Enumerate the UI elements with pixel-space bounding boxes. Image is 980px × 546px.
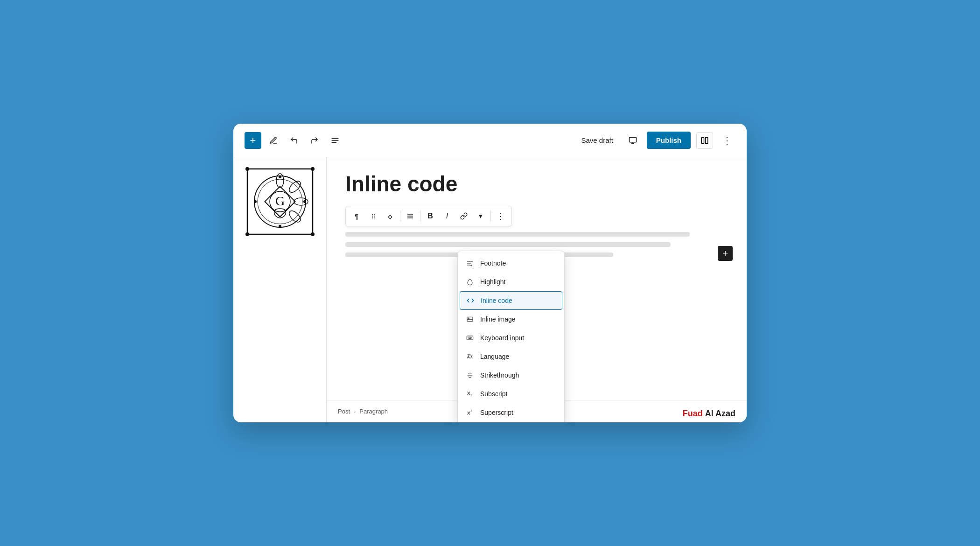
dropdown-label-subscript: Subscript	[480, 390, 507, 398]
svg-point-51	[468, 318, 469, 319]
pen-icon-button[interactable]	[265, 132, 282, 149]
inline-image-icon	[465, 315, 475, 324]
toolbar-divider	[400, 210, 400, 222]
svg-point-37	[372, 216, 373, 217]
dropdown-item-language[interactable]: Language	[458, 347, 564, 366]
block-toolbar: ¶ B I ▾ ⋮	[345, 206, 512, 226]
breadcrumb-separator: ›	[354, 408, 356, 415]
dropdown-label-strikethrough: Strikethrough	[480, 371, 519, 379]
editor-body: G Inline code	[233, 157, 747, 422]
post-title: Inline code	[345, 171, 728, 196]
keyboard-input-icon	[465, 333, 475, 343]
svg-text:G: G	[275, 194, 284, 208]
editor-window: + Save draft Publish ⋮	[233, 124, 747, 422]
svg-text:2: 2	[470, 394, 472, 397]
svg-text:2: 2	[470, 409, 472, 412]
toolbar-divider-3	[490, 210, 491, 222]
dropdown-label-highlight: Highlight	[480, 278, 505, 286]
svg-rect-3	[629, 137, 636, 142]
floating-add-button[interactable]: +	[718, 246, 733, 261]
move-block-button[interactable]	[382, 208, 398, 224]
author-credit: Fuad Al Azad	[683, 409, 735, 419]
preview-button[interactable]	[624, 132, 641, 149]
more-options-button[interactable]: ⋮	[719, 132, 735, 149]
language-icon	[465, 352, 475, 361]
svg-point-26	[303, 200, 306, 203]
dropdown-label-footnote: Footnote	[480, 259, 506, 267]
svg-rect-52	[467, 336, 473, 340]
breadcrumb-post[interactable]: Post	[338, 408, 350, 415]
author-last-name: Al Azad	[705, 409, 735, 418]
inline-code-icon	[466, 296, 475, 305]
dropdown-item-inline-image[interactable]: Inline image	[458, 310, 564, 329]
svg-point-35	[372, 214, 373, 215]
dropdown-item-footnote[interactable]: Footnote	[458, 254, 564, 273]
site-logo: G	[245, 167, 315, 237]
format-dropdown-button[interactable]: ▾	[473, 208, 489, 224]
dropdown-item-strikethrough[interactable]: Strikethrough	[458, 366, 564, 385]
svg-point-25	[254, 200, 257, 203]
strikethrough-icon	[465, 371, 475, 380]
svg-point-23	[279, 175, 281, 178]
superscript-icon: 2	[465, 408, 475, 417]
dropdown-label-superscript: Superscript	[480, 409, 513, 416]
svg-point-40	[374, 217, 375, 218]
subscript-icon: 2	[465, 389, 475, 399]
add-block-button[interactable]: +	[245, 132, 261, 149]
paragraph-type-button[interactable]: ¶	[349, 208, 364, 224]
footnote-icon	[465, 259, 475, 268]
svg-point-36	[374, 214, 375, 215]
redo-button[interactable]	[306, 132, 323, 149]
toolbar-left: +	[245, 132, 575, 149]
more-block-options-button[interactable]: ⋮	[493, 208, 509, 224]
dropdown-item-subscript[interactable]: 2 Subscript	[458, 385, 564, 403]
svg-point-39	[372, 217, 373, 218]
svg-point-24	[279, 225, 281, 228]
dropdown-item-highlight[interactable]: Highlight	[458, 273, 564, 291]
undo-button[interactable]	[286, 132, 302, 149]
format-dropdown-menu: Footnote Highlight Inline code	[457, 251, 565, 422]
dropdown-label-keyboard-input: Keyboard input	[480, 334, 524, 342]
dropdown-label-inline-code: Inline code	[481, 297, 512, 304]
toolbar-divider-2	[420, 210, 420, 222]
svg-point-38	[374, 216, 375, 217]
highlight-icon	[465, 277, 475, 287]
author-first-name: Fuad	[683, 409, 703, 418]
dropdown-label-inline-image: Inline image	[480, 315, 516, 323]
text-line-1	[345, 232, 690, 237]
top-toolbar: + Save draft Publish ⋮	[233, 124, 747, 157]
save-draft-button[interactable]: Save draft	[575, 133, 618, 148]
toolbar-right: Save draft Publish ⋮	[575, 132, 735, 149]
svg-rect-7	[706, 137, 708, 144]
align-button[interactable]	[402, 208, 418, 224]
dropdown-label-language: Language	[480, 353, 509, 360]
view-toggle-button[interactable]	[696, 132, 713, 149]
dropdown-item-superscript[interactable]: 2 Superscript	[458, 403, 564, 422]
tools-button[interactable]	[327, 132, 343, 149]
site-logo-area: G	[233, 157, 327, 422]
link-button[interactable]	[456, 208, 472, 224]
italic-button[interactable]: I	[439, 208, 455, 224]
dropdown-item-keyboard-input[interactable]: Keyboard input	[458, 329, 564, 347]
editor-content: Inline code ¶ B I ▾	[327, 157, 747, 422]
bold-button[interactable]: B	[422, 208, 438, 224]
text-line-2	[345, 242, 671, 247]
publish-button[interactable]: Publish	[647, 132, 691, 149]
drag-handle-button[interactable]	[365, 208, 381, 224]
dropdown-item-inline-code[interactable]: Inline code	[460, 291, 562, 310]
breadcrumb-paragraph[interactable]: Paragraph	[359, 408, 388, 415]
svg-rect-6	[701, 137, 704, 144]
